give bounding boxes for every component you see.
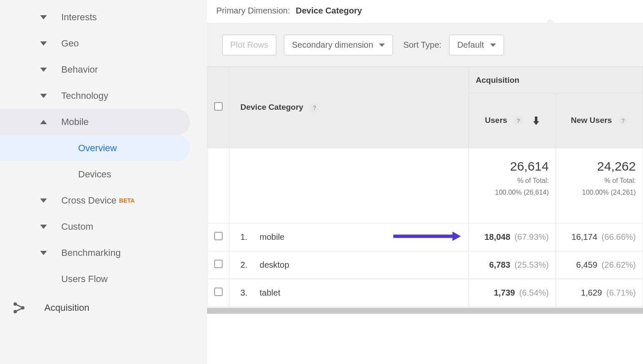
help-icon[interactable]: ? <box>618 116 628 125</box>
row-checkbox[interactable] <box>214 260 223 268</box>
table-row: 1. mobile 18,048(67.93%) 16,174(66.66%) <box>207 223 643 251</box>
sidebar-item-users-flow[interactable]: Users Flow <box>0 266 207 292</box>
sidebar-item-label: Benchmarking <box>61 247 121 258</box>
sidebar-section-acquisition[interactable]: Acquisition <box>0 292 207 323</box>
sidebar: Interests Geo Behavior Technology Mobile… <box>0 0 207 364</box>
sidebar-item-mobile[interactable]: Mobile <box>0 109 190 135</box>
caret-up-icon <box>40 120 61 124</box>
caret-down-icon <box>490 43 496 47</box>
svg-marker-7 <box>40 251 47 255</box>
sidebar-item-behavior[interactable]: Behavior <box>0 57 207 83</box>
main: Primary Dimension: Device Category Plot … <box>207 0 643 364</box>
caret-down-icon <box>40 198 61 203</box>
row-index: 3. <box>240 288 257 298</box>
sidebar-item-label: Overview <box>78 143 117 153</box>
column-label: New Users <box>571 116 612 125</box>
users-total-cell: 26,614 % of Total: 100.00% (26,614) <box>469 148 556 223</box>
sort-type-label: Sort Type: <box>403 40 441 50</box>
plot-rows-button[interactable]: Plot Rows <box>222 35 276 55</box>
sidebar-item-label: Technology <box>61 90 108 101</box>
table-row: 2. desktop 6,783(25.53%) 6,459(26.62%) <box>207 251 643 279</box>
percent: (25.53%) <box>515 260 549 269</box>
svg-marker-2 <box>40 68 47 72</box>
users-cell: 6,783(25.53%) <box>469 251 556 279</box>
row-checkbox[interactable] <box>214 288 223 296</box>
total-sub1: % of Total: <box>563 176 636 185</box>
column-label: Device Category <box>240 103 303 111</box>
users-column-header[interactable]: Users ? <box>469 93 556 148</box>
svg-marker-1 <box>40 41 47 46</box>
svg-marker-6 <box>40 225 47 229</box>
svg-marker-4 <box>40 120 47 124</box>
new-users-cell: 16,174(66.66%) <box>556 223 643 251</box>
sidebar-subitem-devices[interactable]: Devices <box>0 161 207 187</box>
row-name: desktop <box>260 260 289 269</box>
row-checkbox[interactable] <box>214 232 223 240</box>
secondary-dimension-dropdown[interactable]: Secondary dimension <box>284 35 393 55</box>
total-sub1: % of Total: <box>476 176 549 185</box>
select-all-checkbox[interactable] <box>214 102 223 111</box>
value: 1,739 <box>494 288 515 297</box>
sort-descending-icon <box>525 116 539 125</box>
pointer-triangle-icon <box>545 19 555 24</box>
sidebar-item-cross-device[interactable]: Cross Device BETA <box>0 187 207 214</box>
new-users-cell: 6,459(26.62%) <box>556 251 643 279</box>
sort-type-dropdown[interactable]: Default <box>449 35 504 55</box>
sidebar-item-label: Geo <box>61 38 79 49</box>
sidebar-item-benchmarking[interactable]: Benchmarking <box>0 240 207 266</box>
annotation-arrow-icon <box>393 231 461 244</box>
new-users-total-cell: 24,262 % of Total: 100.00% (24,261) <box>556 148 643 223</box>
sidebar-item-geo[interactable]: Geo <box>0 30 207 57</box>
total-value: 24,262 <box>563 159 636 174</box>
sidebar-item-custom[interactable]: Custom <box>0 214 207 240</box>
total-sub2: 100.00% (26,614) <box>476 188 549 197</box>
users-cell: 18,048(67.93%) <box>469 223 556 251</box>
caret-down-icon <box>379 43 385 47</box>
percent: (6.54%) <box>519 288 549 297</box>
primary-dimension-bar: Primary Dimension: Device Category <box>207 0 643 24</box>
dimension-cell[interactable]: 2. desktop <box>229 251 469 279</box>
sidebar-item-label: Interests <box>61 12 97 23</box>
row-index: 1. <box>240 232 257 242</box>
caret-down-icon <box>40 15 61 19</box>
sidebar-item-label: Users Flow <box>61 274 108 285</box>
svg-marker-5 <box>40 198 47 203</box>
percent: (26.62%) <box>602 260 636 269</box>
row-index: 2. <box>240 260 257 270</box>
select-all-header <box>207 67 229 148</box>
svg-marker-12 <box>452 231 461 241</box>
totals-row: 26,614 % of Total: 100.00% (26,614) 24,2… <box>207 148 643 223</box>
sidebar-item-label: Custom <box>61 221 93 232</box>
help-icon[interactable]: ? <box>310 103 319 112</box>
total-value: 26,614 <box>476 159 549 174</box>
sidebar-subitem-overview[interactable]: Overview <box>0 135 190 161</box>
sidebar-item-interests[interactable]: Interests <box>0 4 207 30</box>
table-controls: Plot Rows Secondary dimension Sort Type:… <box>207 24 643 67</box>
dimension-cell[interactable]: 1. mobile <box>229 223 469 251</box>
horizontal-scrollbar[interactable] <box>207 308 643 314</box>
value: 16,174 <box>572 232 597 242</box>
help-icon[interactable]: ? <box>514 116 523 125</box>
primary-dimension-label: Primary Dimension: <box>216 6 290 15</box>
button-label: Default <box>457 40 484 50</box>
sidebar-item-technology[interactable]: Technology <box>0 83 207 109</box>
caret-down-icon <box>40 94 61 98</box>
new-users-column-header[interactable]: New Users ? <box>556 93 643 148</box>
value: 18,048 <box>485 232 510 242</box>
beta-badge: BETA <box>119 197 135 204</box>
dimension-column-header[interactable]: Device Category ? <box>229 67 469 148</box>
new-users-cell: 1,629(6.71%) <box>556 279 643 307</box>
dimension-cell[interactable]: 3. tablet <box>229 279 469 307</box>
percent: (67.93%) <box>515 232 549 242</box>
column-label: Users <box>485 116 507 125</box>
sidebar-item-label: Cross Device <box>61 195 117 206</box>
sidebar-item-label: Mobile <box>61 117 89 128</box>
percent: (6.71%) <box>606 288 636 297</box>
svg-marker-0 <box>40 15 47 19</box>
primary-dimension-value[interactable]: Device Category <box>296 6 362 15</box>
row-name: mobile <box>260 232 285 242</box>
empty-cell <box>207 148 229 223</box>
svg-marker-3 <box>40 94 47 98</box>
group-label: Acquisition <box>476 76 519 84</box>
sidebar-item-label: Devices <box>78 169 111 179</box>
